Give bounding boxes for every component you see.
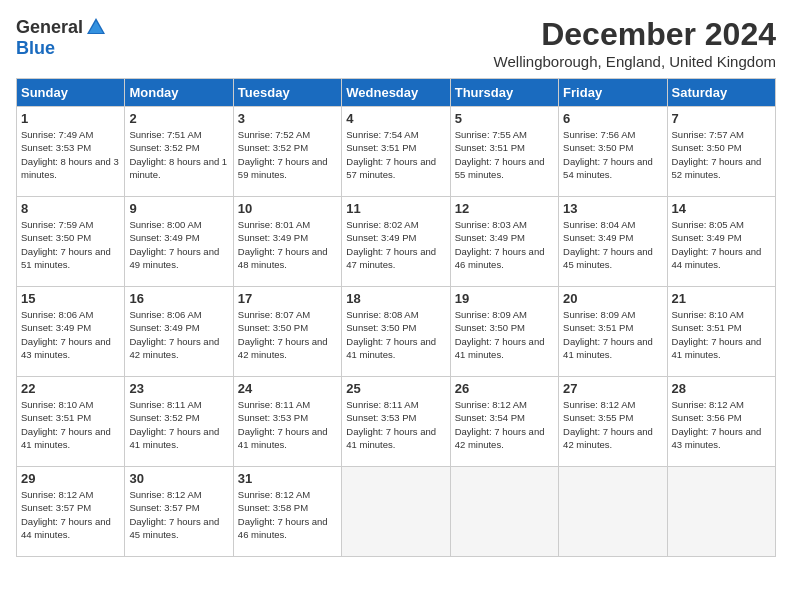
day-number: 29 — [21, 471, 120, 486]
calendar-cell: 8 Sunrise: 7:59 AM Sunset: 3:50 PM Dayli… — [17, 197, 125, 287]
calendar-cell: 14 Sunrise: 8:05 AM Sunset: 3:49 PM Dayl… — [667, 197, 775, 287]
calendar-cell: 25 Sunrise: 8:11 AM Sunset: 3:53 PM Dayl… — [342, 377, 450, 467]
day-info: Sunrise: 7:55 AM Sunset: 3:51 PM Dayligh… — [455, 128, 554, 181]
calendar-cell: 15 Sunrise: 8:06 AM Sunset: 3:49 PM Dayl… — [17, 287, 125, 377]
calendar-cell: 27 Sunrise: 8:12 AM Sunset: 3:55 PM Dayl… — [559, 377, 667, 467]
day-info: Sunrise: 8:12 AM Sunset: 3:57 PM Dayligh… — [129, 488, 228, 541]
column-header-wednesday: Wednesday — [342, 79, 450, 107]
day-number: 17 — [238, 291, 337, 306]
day-info: Sunrise: 8:09 AM Sunset: 3:51 PM Dayligh… — [563, 308, 662, 361]
logo-icon — [85, 16, 107, 38]
day-number: 8 — [21, 201, 120, 216]
logo-general: General — [16, 17, 83, 38]
calendar-cell — [559, 467, 667, 557]
day-number: 3 — [238, 111, 337, 126]
day-info: Sunrise: 8:12 AM Sunset: 3:55 PM Dayligh… — [563, 398, 662, 451]
column-header-saturday: Saturday — [667, 79, 775, 107]
calendar-cell: 24 Sunrise: 8:11 AM Sunset: 3:53 PM Dayl… — [233, 377, 341, 467]
day-info: Sunrise: 7:51 AM Sunset: 3:52 PM Dayligh… — [129, 128, 228, 181]
logo: General Blue — [16, 16, 107, 59]
logo-blue: Blue — [16, 38, 55, 59]
calendar-table: SundayMondayTuesdayWednesdayThursdayFrid… — [16, 78, 776, 557]
day-info: Sunrise: 8:05 AM Sunset: 3:49 PM Dayligh… — [672, 218, 771, 271]
day-info: Sunrise: 7:56 AM Sunset: 3:50 PM Dayligh… — [563, 128, 662, 181]
calendar-cell: 16 Sunrise: 8:06 AM Sunset: 3:49 PM Dayl… — [125, 287, 233, 377]
day-number: 30 — [129, 471, 228, 486]
day-info: Sunrise: 8:12 AM Sunset: 3:57 PM Dayligh… — [21, 488, 120, 541]
day-number: 14 — [672, 201, 771, 216]
calendar-cell — [342, 467, 450, 557]
day-number: 20 — [563, 291, 662, 306]
day-number: 19 — [455, 291, 554, 306]
column-header-friday: Friday — [559, 79, 667, 107]
day-info: Sunrise: 8:04 AM Sunset: 3:49 PM Dayligh… — [563, 218, 662, 271]
calendar-cell: 30 Sunrise: 8:12 AM Sunset: 3:57 PM Dayl… — [125, 467, 233, 557]
day-number: 5 — [455, 111, 554, 126]
page-header: General Blue December 2024 Wellingboroug… — [16, 16, 776, 70]
calendar-week-row: 15 Sunrise: 8:06 AM Sunset: 3:49 PM Dayl… — [17, 287, 776, 377]
day-info: Sunrise: 8:00 AM Sunset: 3:49 PM Dayligh… — [129, 218, 228, 271]
calendar-week-row: 22 Sunrise: 8:10 AM Sunset: 3:51 PM Dayl… — [17, 377, 776, 467]
calendar-cell: 1 Sunrise: 7:49 AM Sunset: 3:53 PM Dayli… — [17, 107, 125, 197]
day-number: 1 — [21, 111, 120, 126]
calendar-cell: 28 Sunrise: 8:12 AM Sunset: 3:56 PM Dayl… — [667, 377, 775, 467]
day-info: Sunrise: 8:02 AM Sunset: 3:49 PM Dayligh… — [346, 218, 445, 271]
calendar-cell: 26 Sunrise: 8:12 AM Sunset: 3:54 PM Dayl… — [450, 377, 558, 467]
calendar-cell: 31 Sunrise: 8:12 AM Sunset: 3:58 PM Dayl… — [233, 467, 341, 557]
day-number: 15 — [21, 291, 120, 306]
day-number: 13 — [563, 201, 662, 216]
calendar-cell: 22 Sunrise: 8:10 AM Sunset: 3:51 PM Dayl… — [17, 377, 125, 467]
day-number: 10 — [238, 201, 337, 216]
day-number: 2 — [129, 111, 228, 126]
day-info: Sunrise: 7:52 AM Sunset: 3:52 PM Dayligh… — [238, 128, 337, 181]
day-info: Sunrise: 8:06 AM Sunset: 3:49 PM Dayligh… — [21, 308, 120, 361]
title-block: December 2024 Wellingborough, England, U… — [494, 16, 776, 70]
day-info: Sunrise: 8:12 AM Sunset: 3:56 PM Dayligh… — [672, 398, 771, 451]
calendar-cell: 20 Sunrise: 8:09 AM Sunset: 3:51 PM Dayl… — [559, 287, 667, 377]
day-number: 4 — [346, 111, 445, 126]
column-header-monday: Monday — [125, 79, 233, 107]
day-number: 25 — [346, 381, 445, 396]
column-header-sunday: Sunday — [17, 79, 125, 107]
day-number: 7 — [672, 111, 771, 126]
day-info: Sunrise: 8:10 AM Sunset: 3:51 PM Dayligh… — [672, 308, 771, 361]
day-info: Sunrise: 8:07 AM Sunset: 3:50 PM Dayligh… — [238, 308, 337, 361]
location: Wellingborough, England, United Kingdom — [494, 53, 776, 70]
day-number: 27 — [563, 381, 662, 396]
day-info: Sunrise: 8:03 AM Sunset: 3:49 PM Dayligh… — [455, 218, 554, 271]
column-header-tuesday: Tuesday — [233, 79, 341, 107]
day-info: Sunrise: 8:08 AM Sunset: 3:50 PM Dayligh… — [346, 308, 445, 361]
day-number: 18 — [346, 291, 445, 306]
calendar-cell: 5 Sunrise: 7:55 AM Sunset: 3:51 PM Dayli… — [450, 107, 558, 197]
day-info: Sunrise: 8:11 AM Sunset: 3:53 PM Dayligh… — [346, 398, 445, 451]
calendar-cell: 4 Sunrise: 7:54 AM Sunset: 3:51 PM Dayli… — [342, 107, 450, 197]
calendar-cell: 11 Sunrise: 8:02 AM Sunset: 3:49 PM Dayl… — [342, 197, 450, 287]
day-info: Sunrise: 7:57 AM Sunset: 3:50 PM Dayligh… — [672, 128, 771, 181]
calendar-cell: 17 Sunrise: 8:07 AM Sunset: 3:50 PM Dayl… — [233, 287, 341, 377]
calendar-cell: 13 Sunrise: 8:04 AM Sunset: 3:49 PM Dayl… — [559, 197, 667, 287]
day-number: 9 — [129, 201, 228, 216]
calendar-cell: 29 Sunrise: 8:12 AM Sunset: 3:57 PM Dayl… — [17, 467, 125, 557]
calendar-header-row: SundayMondayTuesdayWednesdayThursdayFrid… — [17, 79, 776, 107]
day-info: Sunrise: 8:12 AM Sunset: 3:54 PM Dayligh… — [455, 398, 554, 451]
day-info: Sunrise: 8:09 AM Sunset: 3:50 PM Dayligh… — [455, 308, 554, 361]
calendar-cell: 23 Sunrise: 8:11 AM Sunset: 3:52 PM Dayl… — [125, 377, 233, 467]
day-info: Sunrise: 8:12 AM Sunset: 3:58 PM Dayligh… — [238, 488, 337, 541]
calendar-cell — [667, 467, 775, 557]
calendar-cell — [450, 467, 558, 557]
day-number: 28 — [672, 381, 771, 396]
day-number: 21 — [672, 291, 771, 306]
calendar-cell: 19 Sunrise: 8:09 AM Sunset: 3:50 PM Dayl… — [450, 287, 558, 377]
calendar-week-row: 29 Sunrise: 8:12 AM Sunset: 3:57 PM Dayl… — [17, 467, 776, 557]
calendar-cell: 2 Sunrise: 7:51 AM Sunset: 3:52 PM Dayli… — [125, 107, 233, 197]
day-number: 23 — [129, 381, 228, 396]
calendar-cell: 9 Sunrise: 8:00 AM Sunset: 3:49 PM Dayli… — [125, 197, 233, 287]
calendar-cell: 21 Sunrise: 8:10 AM Sunset: 3:51 PM Dayl… — [667, 287, 775, 377]
day-number: 6 — [563, 111, 662, 126]
day-number: 22 — [21, 381, 120, 396]
day-number: 31 — [238, 471, 337, 486]
calendar-cell: 18 Sunrise: 8:08 AM Sunset: 3:50 PM Dayl… — [342, 287, 450, 377]
day-info: Sunrise: 8:06 AM Sunset: 3:49 PM Dayligh… — [129, 308, 228, 361]
calendar-week-row: 1 Sunrise: 7:49 AM Sunset: 3:53 PM Dayli… — [17, 107, 776, 197]
calendar-cell: 7 Sunrise: 7:57 AM Sunset: 3:50 PM Dayli… — [667, 107, 775, 197]
